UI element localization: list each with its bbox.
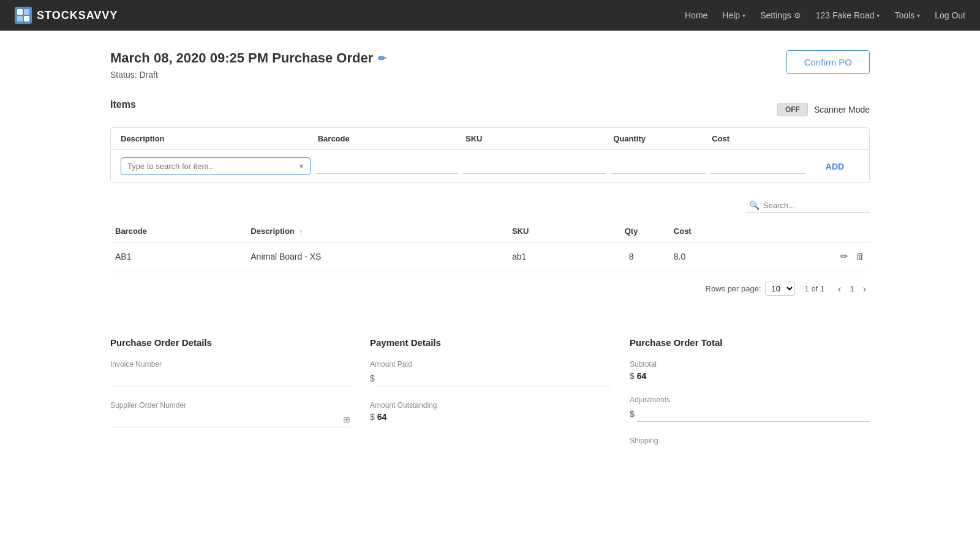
prev-page-button[interactable]: ‹ — [834, 282, 845, 296]
page-info: 1 of 1 — [805, 284, 825, 293]
nav-help[interactable]: Help ▾ — [722, 10, 745, 20]
payment-details-title: Payment Details — [370, 337, 610, 348]
purchase-order-details: Purchase Order Details Invoice Number Su… — [110, 337, 350, 460]
items-search-box[interactable]: 🔍 — [745, 198, 870, 213]
tools-chevron-icon: ▾ — [917, 12, 920, 19]
scanner-mode-toggle: OFF Scanner Mode — [777, 103, 870, 116]
svg-rect-1 — [17, 9, 23, 15]
brand-logo[interactable]: STOCKSAVVY — [15, 7, 118, 24]
page-title-area: March 08, 2020 09:25 PM Purchase Order ✏… — [110, 50, 386, 80]
adjustments-label: Adjustments — [630, 395, 870, 404]
page-header: March 08, 2020 09:25 PM Purchase Order ✏… — [110, 50, 870, 80]
supplier-order-icon[interactable]: ⊞ — [343, 414, 350, 424]
supplier-order-input[interactable] — [110, 414, 343, 424]
gear-icon: ⚙ — [794, 11, 801, 20]
cost-input[interactable] — [710, 159, 805, 174]
adjustments-row: $ — [630, 407, 870, 422]
svg-rect-0 — [15, 7, 32, 24]
shipping-label: Shipping — [630, 437, 870, 445]
edit-title-icon[interactable]: ✏ — [378, 53, 386, 64]
nav-home[interactable]: Home — [685, 10, 707, 20]
page-title: March 08, 2020 09:25 PM Purchase Order ✏ — [110, 50, 386, 66]
amount-outstanding-group: Amount Outstanding $ 64 — [370, 401, 610, 422]
navbar-links: Home Help ▾ Settings ⚙ 123 Fake Road ▾ T… — [685, 10, 965, 20]
rows-per-page-select[interactable]: 10 25 50 — [765, 282, 795, 296]
row-sku: ab1 — [507, 242, 594, 271]
brand-name: STOCKSAVVY — [37, 9, 118, 22]
items-list-controls: 🔍 — [110, 198, 870, 213]
items-table-header-row: Barcode Description ↑ SKU Qty Cost — [110, 220, 870, 242]
edit-row-icon[interactable]: ✏ — [840, 251, 848, 262]
shipping-group: Shipping — [630, 437, 870, 445]
subtotal-label: Subtotal — [630, 360, 870, 369]
rows-per-page: Rows per page: 10 25 50 — [706, 282, 795, 296]
next-page-button[interactable]: › — [859, 282, 870, 296]
search-icon: 🔍 — [749, 200, 760, 210]
row-actions: ✏ 🗑 — [758, 242, 870, 271]
adjustments-group: Adjustments $ — [630, 395, 870, 422]
navbar: STOCKSAVVY Home Help ▾ Settings ⚙ 123 Fa… — [0, 0, 980, 31]
items-list-section: 🔍 Barcode Description ↑ SKU Qty Cost — [110, 198, 870, 303]
items-section-title: Items — [110, 99, 136, 110]
scanner-mode-label: Scanner Mode — [814, 105, 870, 114]
quantity-input[interactable] — [611, 159, 706, 174]
header-action — [810, 134, 859, 143]
po-total-title: Purchase Order Total — [630, 337, 870, 348]
payment-details: Payment Details Amount Paid $ Amount Out… — [370, 337, 610, 460]
help-chevron-icon: ▾ — [742, 12, 745, 19]
delete-row-icon[interactable]: 🗑 — [856, 251, 865, 262]
po-details-title: Purchase Order Details — [110, 337, 350, 348]
page-navigation: ‹ 1 › — [834, 282, 870, 296]
items-header: Items OFF Scanner Mode — [110, 99, 870, 120]
add-item-button[interactable]: ADD — [810, 162, 859, 171]
col-cost: Cost — [669, 220, 758, 242]
subtotal-currency: $ — [630, 371, 635, 381]
supplier-order-group: Supplier Order Numder ⊞ — [110, 401, 350, 427]
po-total: Purchase Order Total Subtotal $ 64 Adjus… — [630, 337, 870, 460]
col-barcode: Barcode — [110, 220, 246, 242]
header-sku: SKU — [466, 134, 613, 143]
nav-settings[interactable]: Settings ⚙ — [760, 10, 801, 20]
items-search-input[interactable] — [763, 201, 866, 210]
dropdown-chevron-icon: ▾ — [300, 162, 304, 171]
row-barcode: AB1 — [110, 242, 246, 271]
svg-rect-4 — [24, 16, 29, 21]
nav-tools[interactable]: Tools ▾ — [894, 10, 920, 20]
rows-per-page-label: Rows per page: — [706, 284, 761, 293]
row-cost: 8.0 — [669, 242, 758, 271]
item-search-dropdown[interactable]: ▾ — [121, 157, 311, 175]
amount-paid-label: Amount Paid — [370, 360, 610, 369]
header-quantity: Quantity — [613, 134, 712, 143]
barcode-input[interactable] — [315, 159, 458, 174]
subtotal-group: Subtotal $ 64 — [630, 360, 870, 381]
sku-input[interactable] — [463, 159, 606, 174]
amount-outstanding-label: Amount Outstanding — [370, 401, 610, 410]
confirm-po-button[interactable]: Confirm PO — [786, 50, 870, 74]
sort-arrow-icon: ↑ — [299, 228, 303, 235]
nav-location[interactable]: 123 Fake Road ▾ — [816, 10, 880, 20]
supplier-order-wrapper: ⊞ — [110, 412, 350, 427]
col-qty: Qty — [594, 220, 669, 242]
location-chevron-icon: ▾ — [876, 12, 880, 19]
items-data-table: Barcode Description ↑ SKU Qty Cost AB1 A… — [110, 220, 870, 271]
table-row: AB1 Animal Board - XS ab1 8 8.0 ✏ 🗑 — [110, 242, 870, 271]
invoice-number-group: Invoice Number — [110, 360, 350, 386]
col-actions — [758, 220, 870, 242]
brand-icon — [15, 7, 32, 24]
amount-outstanding-row: $ 64 — [370, 412, 610, 422]
nav-logout[interactable]: Log Out — [935, 10, 965, 20]
amount-paid-input[interactable] — [377, 371, 610, 386]
row-qty: 8 — [594, 242, 669, 271]
amount-paid-group: Amount Paid $ — [370, 360, 610, 386]
invoice-number-input[interactable] — [110, 371, 350, 386]
add-item-table: Description Barcode SKU Quantity Cost ▾ … — [110, 127, 870, 183]
amount-paid-currency: $ — [370, 373, 375, 383]
col-description[interactable]: Description ↑ — [246, 220, 507, 242]
row-description: Animal Board - XS — [246, 242, 507, 271]
adjustments-input[interactable] — [637, 407, 870, 422]
current-page: 1 — [850, 284, 854, 293]
scanner-toggle[interactable]: OFF — [777, 103, 808, 116]
item-search-input[interactable] — [127, 162, 300, 171]
bottom-details: Purchase Order Details Invoice Number Su… — [110, 323, 870, 460]
add-item-row: ▾ ADD — [111, 150, 869, 182]
